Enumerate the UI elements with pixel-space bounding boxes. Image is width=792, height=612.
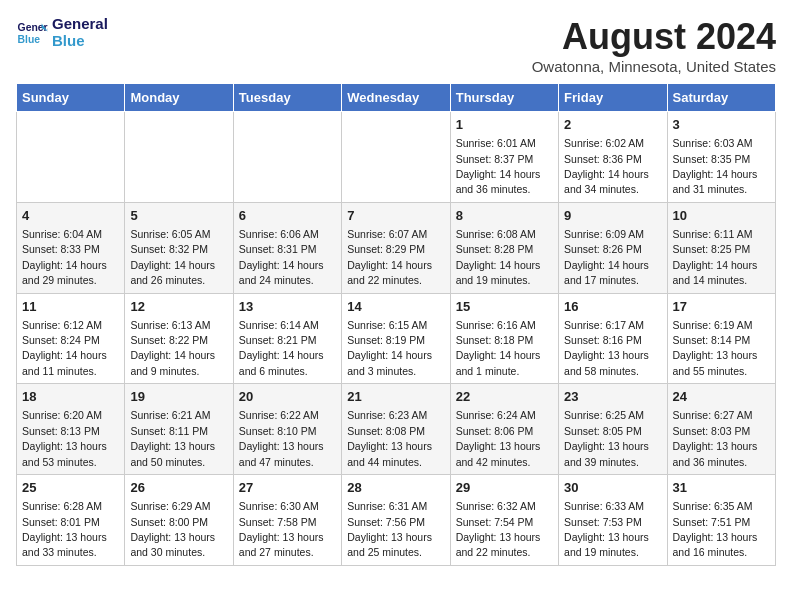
day-header-row: SundayMondayTuesdayWednesdayThursdayFrid…: [17, 84, 776, 112]
calendar-cell: [342, 112, 450, 203]
calendar-cell: 17Sunrise: 6:19 AM Sunset: 8:14 PM Dayli…: [667, 293, 775, 384]
day-number: 19: [130, 388, 227, 406]
calendar-cell: 31Sunrise: 6:35 AM Sunset: 7:51 PM Dayli…: [667, 475, 775, 566]
day-number: 5: [130, 207, 227, 225]
day-number: 15: [456, 298, 553, 316]
calendar-cell: 3Sunrise: 6:03 AM Sunset: 8:35 PM Daylig…: [667, 112, 775, 203]
day-number: 2: [564, 116, 661, 134]
day-header-monday: Monday: [125, 84, 233, 112]
calendar-cell: 8Sunrise: 6:08 AM Sunset: 8:28 PM Daylig…: [450, 202, 558, 293]
day-info: Sunrise: 6:06 AM Sunset: 8:31 PM Dayligh…: [239, 228, 324, 286]
day-number: 20: [239, 388, 336, 406]
day-number: 8: [456, 207, 553, 225]
day-info: Sunrise: 6:16 AM Sunset: 8:18 PM Dayligh…: [456, 319, 541, 377]
day-info: Sunrise: 6:20 AM Sunset: 8:13 PM Dayligh…: [22, 409, 107, 467]
day-number: 30: [564, 479, 661, 497]
calendar-cell: 26Sunrise: 6:29 AM Sunset: 8:00 PM Dayli…: [125, 475, 233, 566]
calendar-cell: 6Sunrise: 6:06 AM Sunset: 8:31 PM Daylig…: [233, 202, 341, 293]
day-number: 18: [22, 388, 119, 406]
day-number: 7: [347, 207, 444, 225]
header: General Blue General Blue August 2024 Ow…: [16, 16, 776, 75]
calendar-cell: 25Sunrise: 6:28 AM Sunset: 8:01 PM Dayli…: [17, 475, 125, 566]
day-info: Sunrise: 6:11 AM Sunset: 8:25 PM Dayligh…: [673, 228, 758, 286]
day-info: Sunrise: 6:22 AM Sunset: 8:10 PM Dayligh…: [239, 409, 324, 467]
day-number: 21: [347, 388, 444, 406]
day-info: Sunrise: 6:32 AM Sunset: 7:54 PM Dayligh…: [456, 500, 541, 558]
week-row-2: 4Sunrise: 6:04 AM Sunset: 8:33 PM Daylig…: [17, 202, 776, 293]
calendar-cell: [233, 112, 341, 203]
calendar-cell: 19Sunrise: 6:21 AM Sunset: 8:11 PM Dayli…: [125, 384, 233, 475]
day-info: Sunrise: 6:29 AM Sunset: 8:00 PM Dayligh…: [130, 500, 215, 558]
day-number: 3: [673, 116, 770, 134]
calendar-table: SundayMondayTuesdayWednesdayThursdayFrid…: [16, 83, 776, 566]
day-number: 24: [673, 388, 770, 406]
day-info: Sunrise: 6:15 AM Sunset: 8:19 PM Dayligh…: [347, 319, 432, 377]
day-info: Sunrise: 6:23 AM Sunset: 8:08 PM Dayligh…: [347, 409, 432, 467]
calendar-cell: 16Sunrise: 6:17 AM Sunset: 8:16 PM Dayli…: [559, 293, 667, 384]
calendar-cell: 12Sunrise: 6:13 AM Sunset: 8:22 PM Dayli…: [125, 293, 233, 384]
day-info: Sunrise: 6:21 AM Sunset: 8:11 PM Dayligh…: [130, 409, 215, 467]
main-title: August 2024: [532, 16, 776, 58]
day-header-tuesday: Tuesday: [233, 84, 341, 112]
day-number: 22: [456, 388, 553, 406]
day-info: Sunrise: 6:25 AM Sunset: 8:05 PM Dayligh…: [564, 409, 649, 467]
calendar-cell: 27Sunrise: 6:30 AM Sunset: 7:58 PM Dayli…: [233, 475, 341, 566]
day-number: 12: [130, 298, 227, 316]
day-number: 25: [22, 479, 119, 497]
subtitle: Owatonna, Minnesota, United States: [532, 58, 776, 75]
day-number: 14: [347, 298, 444, 316]
day-number: 13: [239, 298, 336, 316]
title-area: August 2024 Owatonna, Minnesota, United …: [532, 16, 776, 75]
calendar-cell: 15Sunrise: 6:16 AM Sunset: 8:18 PM Dayli…: [450, 293, 558, 384]
calendar-cell: 28Sunrise: 6:31 AM Sunset: 7:56 PM Dayli…: [342, 475, 450, 566]
day-number: 29: [456, 479, 553, 497]
logo-general: General: [52, 16, 108, 33]
day-number: 4: [22, 207, 119, 225]
day-info: Sunrise: 6:30 AM Sunset: 7:58 PM Dayligh…: [239, 500, 324, 558]
day-info: Sunrise: 6:13 AM Sunset: 8:22 PM Dayligh…: [130, 319, 215, 377]
day-number: 28: [347, 479, 444, 497]
day-info: Sunrise: 6:04 AM Sunset: 8:33 PM Dayligh…: [22, 228, 107, 286]
logo: General Blue General Blue: [16, 16, 108, 49]
calendar-cell: 2Sunrise: 6:02 AM Sunset: 8:36 PM Daylig…: [559, 112, 667, 203]
day-number: 9: [564, 207, 661, 225]
day-header-saturday: Saturday: [667, 84, 775, 112]
calendar-cell: [17, 112, 125, 203]
day-number: 16: [564, 298, 661, 316]
day-number: 11: [22, 298, 119, 316]
day-info: Sunrise: 6:33 AM Sunset: 7:53 PM Dayligh…: [564, 500, 649, 558]
week-row-4: 18Sunrise: 6:20 AM Sunset: 8:13 PM Dayli…: [17, 384, 776, 475]
logo-icon: General Blue: [16, 17, 48, 49]
day-number: 1: [456, 116, 553, 134]
day-number: 26: [130, 479, 227, 497]
calendar-cell: 5Sunrise: 6:05 AM Sunset: 8:32 PM Daylig…: [125, 202, 233, 293]
calendar-cell: 4Sunrise: 6:04 AM Sunset: 8:33 PM Daylig…: [17, 202, 125, 293]
day-info: Sunrise: 6:07 AM Sunset: 8:29 PM Dayligh…: [347, 228, 432, 286]
calendar-cell: 10Sunrise: 6:11 AM Sunset: 8:25 PM Dayli…: [667, 202, 775, 293]
day-info: Sunrise: 6:19 AM Sunset: 8:14 PM Dayligh…: [673, 319, 758, 377]
calendar-cell: 13Sunrise: 6:14 AM Sunset: 8:21 PM Dayli…: [233, 293, 341, 384]
day-info: Sunrise: 6:08 AM Sunset: 8:28 PM Dayligh…: [456, 228, 541, 286]
calendar-cell: 21Sunrise: 6:23 AM Sunset: 8:08 PM Dayli…: [342, 384, 450, 475]
day-info: Sunrise: 6:02 AM Sunset: 8:36 PM Dayligh…: [564, 137, 649, 195]
week-row-3: 11Sunrise: 6:12 AM Sunset: 8:24 PM Dayli…: [17, 293, 776, 384]
svg-text:Blue: Blue: [18, 33, 41, 44]
day-info: Sunrise: 6:28 AM Sunset: 8:01 PM Dayligh…: [22, 500, 107, 558]
day-header-friday: Friday: [559, 84, 667, 112]
day-info: Sunrise: 6:35 AM Sunset: 7:51 PM Dayligh…: [673, 500, 758, 558]
calendar-cell: 7Sunrise: 6:07 AM Sunset: 8:29 PM Daylig…: [342, 202, 450, 293]
logo-blue: Blue: [52, 33, 108, 50]
day-info: Sunrise: 6:31 AM Sunset: 7:56 PM Dayligh…: [347, 500, 432, 558]
calendar-cell: 9Sunrise: 6:09 AM Sunset: 8:26 PM Daylig…: [559, 202, 667, 293]
day-header-sunday: Sunday: [17, 84, 125, 112]
day-info: Sunrise: 6:09 AM Sunset: 8:26 PM Dayligh…: [564, 228, 649, 286]
day-header-wednesday: Wednesday: [342, 84, 450, 112]
calendar-cell: 20Sunrise: 6:22 AM Sunset: 8:10 PM Dayli…: [233, 384, 341, 475]
day-number: 23: [564, 388, 661, 406]
day-info: Sunrise: 6:27 AM Sunset: 8:03 PM Dayligh…: [673, 409, 758, 467]
calendar-cell: 1Sunrise: 6:01 AM Sunset: 8:37 PM Daylig…: [450, 112, 558, 203]
calendar-cell: 24Sunrise: 6:27 AM Sunset: 8:03 PM Dayli…: [667, 384, 775, 475]
day-info: Sunrise: 6:24 AM Sunset: 8:06 PM Dayligh…: [456, 409, 541, 467]
day-info: Sunrise: 6:01 AM Sunset: 8:37 PM Dayligh…: [456, 137, 541, 195]
day-info: Sunrise: 6:14 AM Sunset: 8:21 PM Dayligh…: [239, 319, 324, 377]
